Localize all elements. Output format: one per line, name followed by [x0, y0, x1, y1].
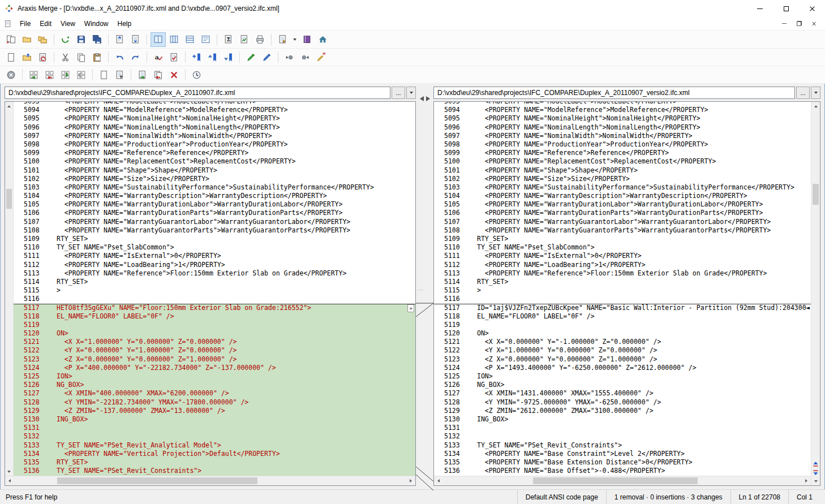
line-text: TY_SET NAME="PSet_Revit_Constraints">	[50, 467, 415, 475]
close-button[interactable]	[799, 0, 825, 17]
revert-button[interactable]	[35, 50, 50, 64]
text-view-button[interactable]	[182, 32, 197, 47]
previous-bookmark-button[interactable]	[205, 50, 220, 64]
merge-left-button[interactable]	[26, 67, 41, 82]
edit-left-button[interactable]	[243, 50, 259, 64]
remove-button[interactable]	[166, 67, 182, 82]
line-number: 5094	[434, 106, 470, 114]
line-number: 5106	[14, 209, 50, 217]
copy-to-right-button[interactable]	[135, 67, 150, 82]
undo-button[interactable]	[112, 50, 127, 64]
left-horizontal-scrollbar[interactable]	[5, 476, 415, 485]
svg-text:*: *	[323, 53, 326, 58]
scroll-left-button[interactable]	[5, 476, 14, 485]
history-button[interactable]	[189, 67, 204, 82]
menu-edit[interactable]: Edit	[35, 18, 56, 30]
two-way-layout-button[interactable]	[151, 32, 166, 47]
bookmarks-button[interactable]	[299, 32, 315, 47]
menu-file[interactable]: File	[15, 18, 35, 30]
open-workspace-button[interactable]	[35, 32, 50, 47]
toggle-bookmark-button[interactable]	[189, 50, 204, 64]
left-code-view[interactable]: 5093 <PROPERTY NAME="ModelLabel">ModelLa…	[14, 102, 415, 476]
save-all-button[interactable]	[89, 32, 105, 47]
right-vertical-scrollbar[interactable]	[811, 102, 820, 485]
scrollbar-track[interactable]	[443, 476, 802, 485]
right-path-dropdown-button[interactable]	[811, 87, 820, 99]
left-path-dropdown-button[interactable]	[406, 87, 416, 99]
scroll-right-button[interactable]	[802, 476, 811, 485]
approve-button[interactable]	[166, 50, 182, 64]
previous-file-button[interactable]	[112, 32, 127, 47]
open-file-button[interactable]	[19, 50, 35, 64]
line-number: 5137	[14, 475, 50, 476]
redo-button[interactable]	[128, 50, 143, 64]
copy-button[interactable]	[74, 50, 89, 64]
save-button[interactable]	[74, 32, 89, 47]
code-line: 5133TY_SET NAME="PSet_Revit_Analytical M…	[14, 441, 415, 450]
scrollbar-thumb[interactable]	[813, 184, 819, 205]
cancel-button[interactable]	[3, 67, 19, 82]
report-button[interactable]	[237, 32, 252, 47]
scroll-up-button[interactable]	[811, 102, 820, 110]
menu-window[interactable]: Window	[80, 18, 113, 30]
merge-all-up-button[interactable]	[74, 67, 89, 82]
print-button[interactable]	[252, 32, 268, 47]
merge-right-button[interactable]	[42, 67, 57, 82]
scroll-down-button[interactable]	[811, 477, 820, 485]
menu-help[interactable]: Help	[113, 18, 136, 30]
previous-change-button[interactable]	[282, 50, 297, 64]
menu-view[interactable]: View	[56, 18, 80, 30]
options-button-dropdown[interactable]	[291, 32, 299, 47]
blank-page-button[interactable]	[96, 67, 111, 82]
scrollbar-track[interactable]	[5, 110, 13, 467]
cut-button[interactable]	[58, 50, 73, 64]
recompare-button[interactable]	[58, 32, 73, 47]
copy-to-left-button[interactable]	[151, 67, 166, 82]
scrollbar-track[interactable]	[14, 476, 406, 485]
code-line: 5104 <PROPERTY NAME="WarrantyDescription…	[14, 192, 415, 200]
left-file-path-input[interactable]	[5, 87, 390, 99]
three-way-layout-button[interactable]	[166, 32, 182, 47]
new-comparison-button[interactable]	[3, 32, 19, 47]
left-browse-button[interactable]: ...	[392, 87, 405, 99]
new-file-button[interactable]	[3, 50, 19, 64]
scrollbar-thumb[interactable]	[6, 189, 12, 209]
toolbar-separator	[185, 51, 186, 63]
mdi-restore-button[interactable]	[795, 20, 803, 28]
scrollbar-thumb[interactable]	[57, 477, 257, 484]
scrollbar-track[interactable]	[811, 110, 820, 460]
scroll-right-button[interactable]	[406, 476, 415, 485]
right-code-view[interactable]: 5093 <PROPERTY NAME="ModelLabel">ModelLa…	[434, 102, 811, 476]
right-file-path-input[interactable]	[433, 87, 795, 99]
right-browse-button[interactable]: ...	[796, 87, 810, 99]
options-button[interactable]	[275, 32, 290, 47]
next-bookmark-button[interactable]	[221, 50, 236, 64]
splitter-handle[interactable]	[420, 96, 430, 101]
merge-all-down-button[interactable]	[58, 67, 73, 82]
next-change-button[interactable]	[298, 50, 313, 64]
edit-right-button[interactable]	[259, 50, 274, 64]
open-button[interactable]	[19, 32, 35, 47]
edit-merge-button[interactable]: *	[313, 50, 329, 64]
minimize-button[interactable]	[747, 0, 773, 17]
scroll-up-button[interactable]	[5, 102, 13, 110]
mdi-close-button[interactable]	[810, 20, 818, 28]
merged-view-button[interactable]	[198, 32, 213, 47]
launch-editor-button[interactable]	[112, 67, 127, 82]
statistics-button[interactable]: Σ	[221, 32, 236, 47]
code-line: 5123 <Z X="0.000000" Y="0.000000" Z="1.0…	[434, 355, 811, 364]
mdi-minimize-button[interactable]	[780, 20, 788, 28]
maximize-button[interactable]	[773, 0, 799, 17]
scrollbar-thumb[interactable]	[533, 477, 698, 484]
left-vertical-scrollbar[interactable]	[5, 102, 14, 476]
spelling-button[interactable]: a	[151, 50, 166, 64]
scroll-left-button[interactable]	[434, 476, 443, 485]
right-horizontal-scrollbar[interactable]	[434, 476, 811, 485]
previous-difference-button[interactable]	[811, 460, 820, 468]
scroll-down-button[interactable]	[5, 467, 13, 476]
line-text: RTY_SET>	[50, 458, 415, 467]
next-difference-button[interactable]	[811, 468, 820, 477]
home-button[interactable]	[315, 32, 330, 47]
paste-button[interactable]	[89, 50, 105, 64]
next-file-button[interactable]	[128, 32, 143, 47]
